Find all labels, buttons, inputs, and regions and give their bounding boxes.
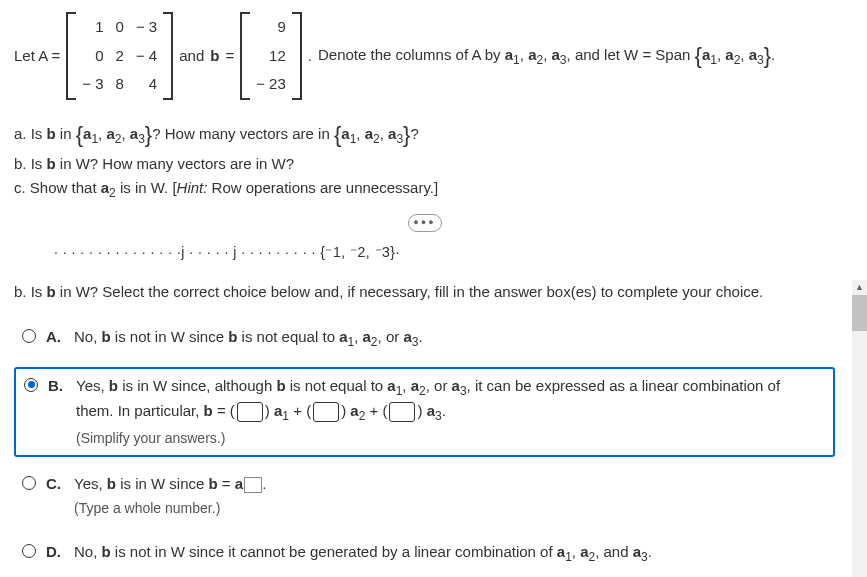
coef2-input[interactable] [313,402,339,422]
denote-text: Denote the columns of A by a1, a2, a3, a… [318,39,775,72]
scroll-up-button[interactable]: ▲ [852,280,867,295]
radio-c[interactable] [22,476,36,490]
scroll-thumb[interactable] [852,295,867,331]
matrix-a: 10− 3 02− 4 − 384 [66,12,173,100]
radio-a[interactable] [22,329,36,343]
radio-b[interactable] [24,378,38,392]
question-a: a. Is b in {a1, a2, a3}? How many vector… [14,118,835,151]
choice-d-text: No, b is not in W since it cannot be gen… [74,541,827,566]
choice-a-text: No, b is not in W since b is not equal t… [74,326,827,351]
and-label: and [179,45,204,68]
choice-c-text: Yes, b is in W since b = a. (Type a whol… [74,473,827,520]
scroll-track[interactable] [852,331,867,577]
choice-b-text: Yes, b is in W since, although b is not … [76,375,825,449]
matrix-b: 9 12 − 23 [240,12,302,100]
question-list: a. Is b in {a1, a2, a3}? How many vector… [14,118,835,203]
more-button[interactable]: ●●● [408,214,442,232]
partial-cutoff-text: · · · · · · · · · · · · · · ·j · · · · ·… [54,242,835,263]
choice-c-hint: (Type a whole number.) [74,498,827,519]
choice-c[interactable]: C. Yes, b is in W since b = a. (Type a w… [14,467,835,526]
scrollbar[interactable]: ▲ ▼ [852,280,867,577]
problem-header: Let A = 10− 3 02− 4 − 384 and b = 9 12 −… [14,12,835,100]
choice-a[interactable]: A. No, b is not in W since b is not equa… [14,320,835,357]
choice-b-hint: (Simplify your answers.) [76,428,825,449]
vec-index-input[interactable] [244,477,262,493]
part-b-prompt: b. Is b in W? Select the correct choice … [14,281,835,304]
choice-b[interactable]: B. Yes, b is in W since, although b is n… [14,367,835,457]
choice-d[interactable]: D. No, b is not in W since it cannot be … [14,535,835,572]
b-label: b [210,45,219,68]
question-c: c. Show that a2 is in W. [Hint: Row oper… [14,177,835,202]
question-b: b. Is b in W? How many vectors are in W? [14,153,835,176]
period: . [308,45,312,68]
coef1-input[interactable] [237,402,263,422]
let-a-label: Let A = [14,45,60,68]
coef3-input[interactable] [389,402,415,422]
radio-d[interactable] [22,544,36,558]
